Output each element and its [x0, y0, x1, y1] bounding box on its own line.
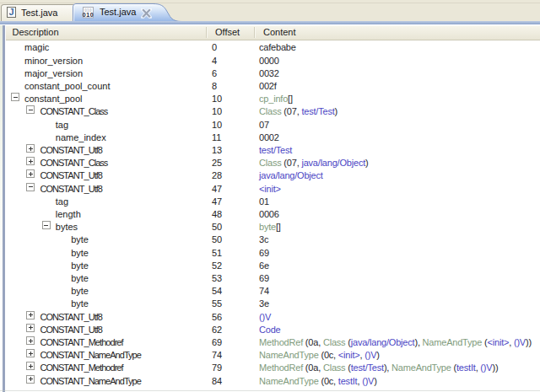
svg-text:010: 010 [83, 12, 94, 18]
